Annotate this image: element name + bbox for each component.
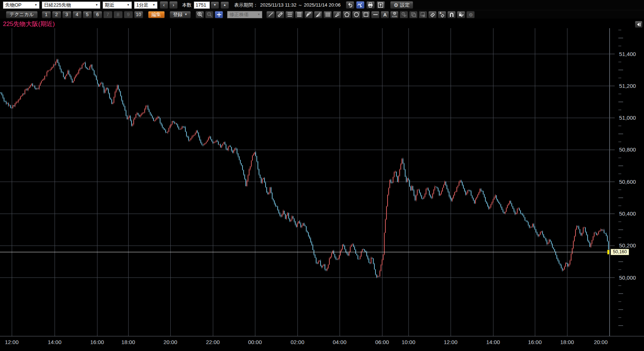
stamp-icon: ICON	[392, 12, 397, 18]
eraser-text-button[interactable]: A	[438, 11, 446, 18]
preset-button-2[interactable]: 2	[52, 11, 61, 18]
hlines3-button[interactable]	[285, 11, 294, 18]
settings-label: 設定	[400, 2, 410, 8]
text-icon: A	[382, 12, 388, 18]
svg-text:04:00: 04:00	[333, 339, 347, 345]
svg-text:18:00: 18:00	[121, 339, 135, 345]
svg-text:16:00: 16:00	[528, 339, 542, 345]
rectangle-button[interactable]	[362, 11, 370, 18]
fib-arcs-button[interactable]	[304, 11, 313, 18]
chevron-down-icon: ▼	[127, 3, 130, 7]
preset-button-1[interactable]: 1	[42, 11, 51, 18]
svg-text:10:00: 10:00	[401, 339, 415, 345]
chart-cursor-button[interactable]	[356, 1, 364, 9]
zoom-in-button[interactable]	[196, 11, 204, 18]
magnet-button[interactable]	[447, 11, 456, 18]
svg-text:12:00: 12:00	[5, 339, 19, 345]
lock-edit-icon	[458, 12, 464, 18]
technical-button[interactable]: テクニカル	[6, 11, 38, 18]
hand-select-button	[419, 11, 427, 18]
adjusted-price-select: 修正株価 ▼	[227, 11, 262, 18]
svg-text:51,400: 51,400	[619, 51, 636, 57]
angle-lines-button[interactable]	[333, 11, 341, 18]
stamp-button[interactable]: ICON	[390, 11, 399, 18]
svg-text:51,200: 51,200	[619, 83, 636, 89]
preset-button-10[interactable]: 10	[134, 11, 143, 18]
print-icon	[367, 2, 373, 8]
ruler-button[interactable]	[276, 11, 284, 18]
crosshair-button[interactable]	[215, 11, 223, 18]
circle-button[interactable]	[352, 11, 360, 18]
preset-button-3[interactable]: 3	[62, 11, 71, 18]
preset-button-5[interactable]: 5	[83, 11, 92, 18]
prev-period-button[interactable]: ‹	[160, 1, 168, 9]
zoom-out-button	[205, 11, 214, 18]
hlines4-button[interactable]	[295, 11, 303, 18]
tool-settings-icon: ⚙	[468, 12, 474, 18]
bars-decrease-button[interactable]: ▼	[211, 1, 219, 9]
zoom-out-icon	[207, 12, 212, 18]
pentagon-button[interactable]	[343, 11, 351, 18]
chart-title: 225先物大阪(期近)	[3, 20, 55, 28]
collapse-left-icon	[636, 22, 641, 27]
period-value: 2025/11/13 11:32 ～ 2025/11/14 20:06	[260, 2, 341, 8]
svg-text:50,600: 50,600	[619, 179, 636, 185]
instrument-type-select[interactable]: 先物OP ▼	[3, 1, 40, 9]
undo-icon	[347, 2, 353, 8]
preset-number-group: 12345678910	[42, 11, 143, 18]
svg-text:20:00: 20:00	[594, 339, 608, 345]
fib-arcs-icon	[306, 12, 312, 18]
svg-text:02:00: 02:00	[290, 339, 304, 345]
pentagon-icon	[344, 12, 350, 18]
svg-text:⚙: ⚙	[469, 12, 473, 18]
tools-toolbar: テクニカル 12345678910 編集 登録 ▼ 修正株価 ▼ AICONA⚙	[0, 10, 644, 19]
chevron-down-icon: ▼	[185, 13, 188, 16]
eraser-text-icon: A	[439, 12, 445, 18]
chevron-down-icon: ▼	[258, 13, 260, 16]
magnet-icon	[449, 12, 455, 18]
chevron-down-icon: ▼	[152, 3, 155, 7]
hline-button[interactable]	[371, 11, 380, 18]
timeframe-value: 1分足	[136, 2, 148, 8]
timeframe-select[interactable]: 1分足 ▼	[134, 1, 158, 9]
time-shift-icon	[401, 12, 407, 18]
print-button[interactable]	[366, 1, 375, 9]
lock-edit-button[interactable]	[457, 11, 465, 18]
chevron-down-icon: ▼	[34, 3, 37, 7]
bars-count-input[interactable]	[194, 1, 210, 9]
next-period-button[interactable]: ›	[169, 1, 178, 9]
hand-select-icon	[420, 12, 426, 18]
main-toolbar: 先物OP ▼ 日経225先物 ▼ 期近 ▼ 1分足 ▼ ‹ › 本数 ▼ ▲ 表…	[0, 0, 644, 10]
eraser-button[interactable]	[428, 11, 437, 18]
contract-month-select[interactable]: 期近 ▼	[103, 1, 132, 9]
settings-button[interactable]: ⚙ 設定	[390, 1, 414, 9]
preset-button-6[interactable]: 6	[93, 11, 102, 18]
tool-settings-button: ⚙	[466, 11, 475, 18]
vlines-button[interactable]	[323, 11, 332, 18]
preset-button-4[interactable]: 4	[73, 11, 82, 18]
fan-lines-button[interactable]	[314, 11, 322, 18]
trendline-button[interactable]	[266, 11, 275, 18]
collapse-panel-button[interactable]	[635, 21, 643, 28]
svg-text:50,200: 50,200	[619, 242, 636, 249]
export-button[interactable]	[377, 1, 385, 9]
text-button[interactable]: A	[381, 11, 389, 18]
contract-month-value: 期近	[105, 2, 114, 8]
svg-text:A: A	[383, 12, 387, 17]
zoom-in-icon	[197, 12, 203, 18]
register-label: 登録	[173, 11, 183, 18]
hlines3-icon	[287, 12, 293, 18]
instrument-select[interactable]: 日経225先物 ▼	[42, 1, 100, 9]
register-button[interactable]: 登録 ▼	[170, 11, 191, 18]
chart-area[interactable]: 12:0014:0016:0018:0020:0022:0000:0002:00…	[0, 19, 644, 351]
ruler-icon	[277, 12, 283, 18]
candlestick-chart[interactable]: 12:0014:0016:0018:0020:0022:0000:0002:00…	[0, 19, 644, 351]
bars-increase-button[interactable]: ▲	[221, 1, 229, 9]
svg-text:51,000: 51,000	[619, 115, 636, 121]
svg-text:06:00: 06:00	[375, 339, 389, 345]
zoom-tool-group	[196, 11, 223, 18]
undo-button[interactable]	[346, 1, 354, 9]
rectangle-icon	[363, 12, 369, 18]
edit-button[interactable]: 編集	[148, 11, 165, 18]
preset-button-9: 9	[124, 11, 133, 18]
